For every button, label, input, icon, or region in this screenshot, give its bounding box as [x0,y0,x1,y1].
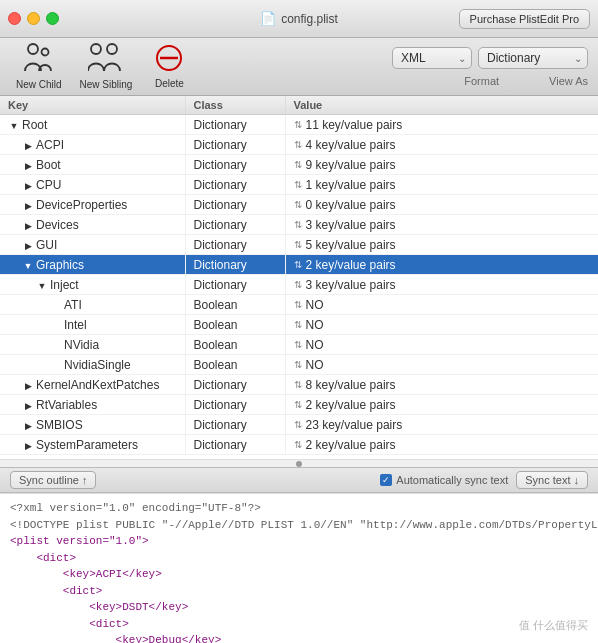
stepper-icon[interactable]: ⇅ [294,159,302,170]
purchase-button[interactable]: Purchase PlistEdit Pro [459,9,590,29]
value-text: NO [306,298,324,312]
table-row[interactable]: IntelBoolean⇅NO [0,315,598,335]
stepper-icon[interactable]: ⇅ [294,199,302,210]
table-row[interactable]: ▶BootDictionary⇅9 key/value pairs [0,155,598,175]
disclosure-triangle[interactable]: ▶ [22,201,34,211]
disclosure-triangle[interactable]: ▶ [22,181,34,191]
stepper-icon[interactable]: ⇅ [294,239,302,250]
table-cell-class: Dictionary [185,235,285,255]
table-row[interactable]: ▼GraphicsDictionary⇅2 key/value pairs [0,255,598,275]
value-text: 1 key/value pairs [306,178,396,192]
auto-sync-checkbox-label[interactable]: ✓ Automatically sync text [380,474,508,486]
disclosure-triangle[interactable]: ▶ [22,221,34,231]
stepper-icon[interactable]: ⇅ [294,319,302,330]
viewas-dropdown[interactable]: Dictionary [478,47,588,69]
table-row[interactable]: ▼InjectDictionary⇅3 key/value pairs [0,275,598,295]
value-text: 5 key/value pairs [306,238,396,252]
sync-outline-button[interactable]: Sync outline ↑ [10,471,96,489]
value-text: 2 key/value pairs [306,398,396,412]
table-row[interactable]: ▶DevicesDictionary⇅3 key/value pairs [0,215,598,235]
stepper-icon[interactable]: ⇅ [294,419,302,430]
auto-sync-checkbox[interactable]: ✓ [380,474,392,486]
stepper-icon[interactable]: ⇅ [294,379,302,390]
new-child-button[interactable]: New Child [10,39,68,94]
xml-editor[interactable]: <?xml version="1.0" encoding="UTF-8"?><!… [0,493,598,643]
titlebar: 📄 config.plist Purchase PlistEdit Pro [0,0,598,38]
table-row[interactable]: ▶KernelAndKextPatchesDictionary⇅8 key/va… [0,375,598,395]
table-cell-key: ▶SystemParameters [0,435,185,455]
value-text: 2 key/value pairs [306,258,396,272]
stepper-icon[interactable]: ⇅ [294,279,302,290]
table-cell-class: Dictionary [185,135,285,155]
stepper-icon[interactable]: ⇅ [294,439,302,450]
table-container[interactable]: Key Class Value ▼RootDictionary⇅11 key/v… [0,96,598,459]
stepper-icon[interactable]: ⇅ [294,299,302,310]
table-cell-key: ▶KernelAndKextPatches [0,375,185,395]
table-cell-key: ▶RtVariables [0,395,185,415]
svg-point-0 [28,44,38,54]
key-text: ACPI [36,138,64,152]
stepper-icon[interactable]: ⇅ [294,119,302,130]
table-cell-key: ▶GUI [0,235,185,255]
scroll-indicator [0,459,598,467]
disclosure-triangle[interactable]: ▶ [22,241,34,251]
main-area: Key Class Value ▼RootDictionary⇅11 key/v… [0,96,598,643]
close-button[interactable] [8,12,21,25]
xml-line: <dict> [10,550,588,567]
stepper-icon[interactable]: ⇅ [294,139,302,150]
table-cell-key: ▼Inject [0,275,185,295]
stepper-icon[interactable]: ⇅ [294,339,302,350]
key-text: DeviceProperties [36,198,127,212]
table-cell-value: ⇅1 key/value pairs [285,175,598,195]
table-cell-value: ⇅0 key/value pairs [285,195,598,215]
table-cell-value: ⇅23 key/value pairs [285,415,598,435]
xml-line: <!DOCTYPE plist PUBLIC "-//Apple//DTD PL… [10,517,588,534]
table-row[interactable]: ATIBoolean⇅NO [0,295,598,315]
table-cell-key: ▶SMBIOS [0,415,185,435]
stepper-icon[interactable]: ⇅ [294,359,302,370]
minimize-button[interactable] [27,12,40,25]
stepper-icon[interactable]: ⇅ [294,179,302,190]
disclosure-triangle[interactable]: ▼ [22,261,34,271]
delete-button[interactable]: Delete [144,40,194,93]
disclosure-triangle[interactable]: ▼ [8,121,20,131]
disclosure-triangle[interactable]: ▼ [36,281,48,291]
table-row[interactable]: ▼RootDictionary⇅11 key/value pairs [0,115,598,135]
key-text: Devices [36,218,79,232]
maximize-button[interactable] [46,12,59,25]
table-cell-class: Boolean [185,335,285,355]
format-dropdown-wrapper: XML ⌄ [392,47,472,69]
key-text: RtVariables [36,398,97,412]
table-header-row: Key Class Value [0,96,598,115]
scroll-dot [296,461,302,467]
plist-table: Key Class Value ▼RootDictionary⇅11 key/v… [0,96,598,455]
table-row[interactable]: ▶ACPIDictionary⇅4 key/value pairs [0,135,598,155]
stepper-icon[interactable]: ⇅ [294,219,302,230]
table-row[interactable]: ▶SMBIOSDictionary⇅23 key/value pairs [0,415,598,435]
table-row[interactable]: NVidiaBoolean⇅NO [0,335,598,355]
table-cell-key: ▶CPU [0,175,185,195]
disclosure-triangle[interactable]: ▶ [22,421,34,431]
table-row[interactable]: NvidiaSingleBoolean⇅NO [0,355,598,375]
sync-text-button[interactable]: Sync text ↓ [516,471,588,489]
window-title: 📄 config.plist [260,11,338,26]
stepper-icon[interactable]: ⇅ [294,399,302,410]
table-row[interactable]: ▶SystemParametersDictionary⇅2 key/value … [0,435,598,455]
table-row[interactable]: ▶GUIDictionary⇅5 key/value pairs [0,235,598,255]
disclosure-triangle[interactable]: ▶ [22,441,34,451]
stepper-icon[interactable]: ⇅ [294,259,302,270]
table-row[interactable]: ▶CPUDictionary⇅1 key/value pairs [0,175,598,195]
table-row[interactable]: ▶RtVariablesDictionary⇅2 key/value pairs [0,395,598,415]
disclosure-triangle[interactable]: ▶ [22,381,34,391]
toolbar: New Child New Sibling Delete [0,38,598,96]
disclosure-triangle[interactable]: ▶ [22,141,34,151]
toolbar-right: XML ⌄ Dictionary ⌄ Format View As [392,47,588,87]
disclosure-triangle[interactable]: ▶ [22,401,34,411]
table-row[interactable]: ▶DevicePropertiesDictionary⇅0 key/value … [0,195,598,215]
new-sibling-button[interactable]: New Sibling [74,39,139,94]
table-cell-key: ▶Devices [0,215,185,235]
disclosure-triangle[interactable]: ▶ [22,161,34,171]
format-dropdown[interactable]: XML [392,47,472,69]
xml-line: <dict> [10,583,588,600]
table-cell-key: Intel [0,315,185,335]
